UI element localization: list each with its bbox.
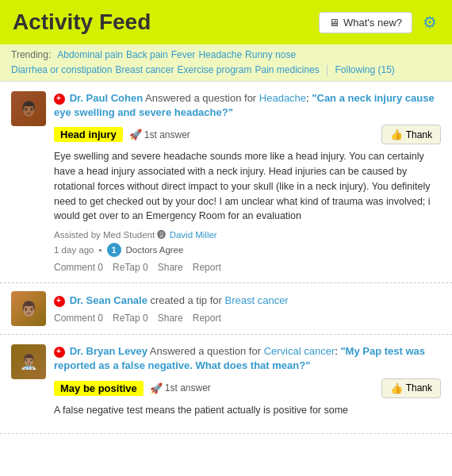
assisted-name-paul[interactable]: David Miller (170, 230, 217, 240)
header: Activity Feed 🖥 What's new? ⚙ (0, 0, 452, 44)
topic-headache[interactable]: Headache (259, 92, 306, 104)
trending-row-2: Diarrhea or constipation Breast cancer E… (11, 63, 441, 76)
action-text-sean: created a tip for (151, 294, 225, 306)
thumbs-up-icon-bryan: 👍 (390, 382, 403, 394)
comment-sean[interactable]: Comment 0 (54, 313, 103, 324)
trend-headache[interactable]: Headache (198, 49, 242, 60)
first-answer-paul: 🚀 1st answer (129, 129, 190, 140)
trend-runny-nose[interactable]: Runny nose (245, 49, 296, 60)
feed-item-bryan-levey: 👨🏽‍⚕️ Dr. Bryan Levey Answered a questio… (0, 335, 452, 434)
doctor-badge-icon-sean (54, 296, 65, 307)
first-answer-bryan: 🚀 1st answer (150, 382, 211, 394)
answer-body-bryan: A false negative test means the patient … (54, 403, 441, 418)
feed-header-bryan: Dr. Bryan Levey Answered a question for … (54, 344, 441, 373)
agree-label-paul: Doctors Agree (126, 245, 184, 255)
topic-cervical-cancer[interactable]: Cervical cancer (264, 345, 335, 357)
answer-body-paul: Eye swelling and severe headache sounds … (54, 149, 441, 224)
share-paul[interactable]: Share (158, 262, 183, 273)
trend-abdominal-pain[interactable]: Abdominal pain (57, 49, 123, 60)
trend-exercise[interactable]: Exercise program (177, 64, 251, 75)
action-links-sean: Comment 0 ReTap 0 Share Report (54, 313, 441, 324)
doctor-badge-icon-bryan (54, 347, 65, 358)
trending-label: Trending: (11, 49, 51, 60)
time-line-paul: 1 day ago • 1 Doctors Agree (54, 243, 441, 257)
action-links-paul: Comment 0 ReTap 0 Share Report (54, 262, 441, 273)
assisted-line-paul: Assisted by Med Student 🅤 David Miller (54, 230, 441, 240)
thumbs-up-icon: 👍 (390, 129, 403, 140)
rocket-icon: 🚀 (129, 129, 142, 140)
divider: | (326, 63, 329, 76)
retap-paul[interactable]: ReTap 0 (113, 262, 148, 273)
answer-tag-row-paul: Head injury 🚀 1st answer 👍 Thank (54, 125, 441, 144)
avatar-bryan-levey: 👨🏽‍⚕️ (11, 344, 46, 379)
trend-fever[interactable]: Fever (171, 49, 196, 60)
share-sean[interactable]: Share (158, 313, 183, 324)
answer-tag-bryan: May be positive (54, 381, 144, 396)
avatar-sean-canale: 👨🏽 (11, 291, 46, 326)
answer-box-bryan: May be positive 🚀 1st answer 👍 Thank A f… (54, 378, 441, 418)
retap-sean[interactable]: ReTap 0 (113, 313, 148, 324)
report-paul[interactable]: Report (193, 262, 221, 273)
trend-pain-medicines[interactable]: Pain medicines (255, 64, 319, 75)
page-title: Activity Feed (13, 10, 151, 35)
feed-item-paul-cohen: 👨🏾 Dr. Paul Cohen Answered a question fo… (0, 82, 452, 283)
doctor-name-sean[interactable]: Dr. Sean Canale (70, 294, 147, 306)
action-text-bryan: Answered a question for (150, 345, 264, 357)
trend-breast-cancer[interactable]: Breast cancer (115, 64, 174, 75)
thank-button-paul[interactable]: 👍 Thank (381, 125, 441, 144)
header-actions: 🖥 What's new? ⚙ (319, 12, 439, 33)
answer-box-paul: Head injury 🚀 1st answer 👍 Thank Eye swe… (54, 125, 441, 257)
thank-button-bryan[interactable]: 👍 Thank (381, 378, 441, 398)
feed-header-paul: Dr. Paul Cohen Answered a question for H… (54, 91, 441, 120)
agree-badge-paul: 1 (107, 243, 121, 257)
rocket-icon-bryan: 🚀 (150, 382, 163, 394)
whats-new-button[interactable]: 🖥 What's new? (319, 12, 412, 33)
trending-row-1: Trending: Abdominal pain Back pain Fever… (11, 49, 441, 60)
feed-header-sean: Dr. Sean Canale created a tip for Breast… (54, 294, 441, 308)
topic-breast-cancer[interactable]: Breast cancer (224, 294, 288, 306)
feed-content-paul-cohen: Dr. Paul Cohen Answered a question for H… (54, 91, 441, 273)
settings-icon[interactable]: ⚙ (420, 13, 439, 32)
feed-content-sean: Dr. Sean Canale created a tip for Breast… (54, 291, 441, 326)
doctor-name-bryan[interactable]: Dr. Bryan Levey (70, 345, 147, 357)
trend-back-pain[interactable]: Back pain (126, 49, 168, 60)
doctor-name-paul[interactable]: Dr. Paul Cohen (70, 92, 143, 104)
trending-bar: Trending: Abdominal pain Back pain Fever… (0, 44, 452, 82)
doctor-badge-icon (54, 94, 65, 105)
feed-content-bryan: Dr. Bryan Levey Answered a question for … (54, 344, 441, 424)
action-text-paul: Answered a question for (145, 92, 259, 104)
answer-tag-paul: Head injury (54, 127, 123, 142)
report-sean[interactable]: Report (193, 313, 221, 324)
answer-tag-row-bryan: May be positive 🚀 1st answer 👍 Thank (54, 378, 441, 398)
avatar-paul-cohen: 👨🏾 (11, 91, 46, 126)
feed-item-sean-canale: 👨🏽 Dr. Sean Canale created a tip for Bre… (0, 283, 452, 335)
following-link[interactable]: Following (15) (335, 64, 395, 75)
monitor-icon: 🖥 (329, 17, 339, 29)
comment-paul[interactable]: Comment 0 (54, 262, 103, 273)
trend-diarrhea[interactable]: Diarrhea or constipation (11, 64, 112, 75)
